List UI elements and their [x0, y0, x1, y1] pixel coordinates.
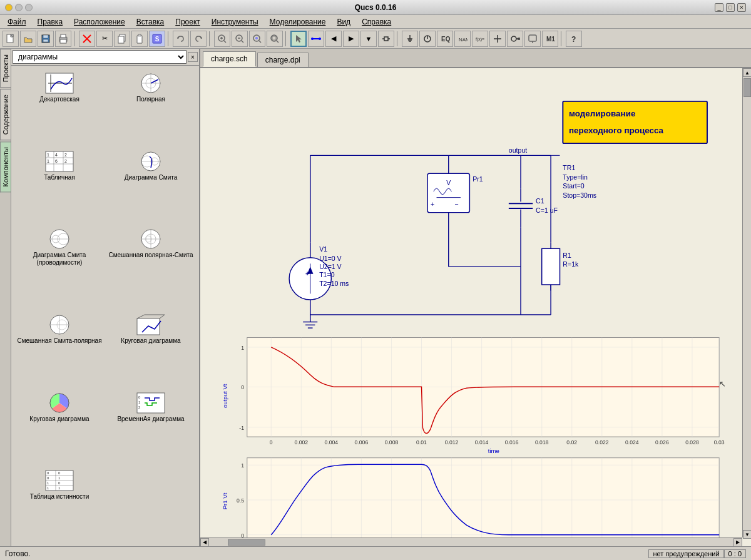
marker-button[interactable] [524, 31, 541, 47]
menu-help[interactable]: Справка [357, 16, 396, 28]
circular-label: Круговая диаграмма [29, 415, 89, 423]
canvas-area[interactable]: моделирование переходного процесса TR1 T… [200, 68, 751, 546]
menu-file[interactable]: Файл [3, 16, 31, 28]
vscroll-down-button[interactable]: ▼ [743, 530, 751, 539]
svg-text:2: 2 [64, 159, 67, 163]
right-area: charge.sch charge.dpl моделирование пере… [200, 49, 751, 546]
hscroll-right-button[interactable]: ▶ [733, 538, 742, 547]
svg-rect-97 [137, 393, 165, 413]
svg-text:?: ? [571, 35, 576, 44]
help-button[interactable]: ? [566, 31, 582, 47]
svg-text:4: 4 [55, 153, 58, 157]
hscroll-left-button[interactable]: ◀ [200, 538, 209, 547]
arrow-down-button[interactable]: ▼ [360, 31, 377, 47]
diagram-item-timing[interactable]: 0 1 2 ВременнАя диаграмма [105, 388, 197, 466]
diagram-item-mixed-polar[interactable]: Смешанная полярная-Смита [105, 224, 197, 310]
traffic-light-gray1[interactable] [15, 4, 23, 11]
panel-close-button[interactable]: × [188, 52, 198, 62]
svg-text:M1: M1 [546, 36, 555, 43]
simulate-button[interactable]: S [149, 31, 165, 47]
svg-text:1: 1 [47, 159, 49, 163]
print-button[interactable] [55, 31, 71, 47]
diagram-item-cartesian[interactable]: Декартовская [14, 68, 105, 146]
zoom-all-button[interactable] [267, 31, 283, 47]
diagram-type-dropdown[interactable]: диаграммы источники компоненты [13, 50, 186, 64]
vscroll-thumb[interactable] [743, 78, 751, 97]
copy-button[interactable] [114, 31, 130, 47]
diagram-item-mixed-smith-polar[interactable]: Смешанная Смита-полярная [14, 310, 105, 388]
close-button[interactable]: × [737, 3, 746, 12]
tab-charge-sch[interactable]: charge.sch [203, 51, 256, 67]
menu-view[interactable]: Вид [332, 16, 355, 28]
vertical-scrollbar[interactable]: ▲ ▼ [742, 68, 751, 537]
menu-tools[interactable]: Инструменты [207, 16, 263, 28]
diagram-item-3d[interactable]: Круговая диаграмма [105, 310, 197, 388]
minimize-button[interactable]: _ [715, 3, 723, 12]
traffic-lights [5, 4, 33, 11]
arrow-right-button[interactable]: ▶ [343, 31, 359, 47]
delete-button[interactable] [79, 31, 95, 47]
smith-icon [136, 150, 166, 173]
traffic-light-gray2[interactable] [25, 4, 33, 11]
svg-text:0.012: 0.012 [445, 439, 459, 445]
vscroll-up-button[interactable]: ▲ [743, 68, 751, 77]
zoom-in-button[interactable] [214, 31, 230, 47]
spice-button[interactable]: EQ [437, 31, 453, 47]
undo-button[interactable] [173, 31, 189, 47]
svg-text:0.016: 0.016 [505, 439, 519, 445]
new-button[interactable] [3, 31, 19, 47]
menu-simulate[interactable]: Моделирование [265, 16, 331, 28]
toolbar-separator-6 [561, 31, 563, 46]
hscroll-thumb[interactable] [228, 539, 265, 546]
diagram-item-smith-admit[interactable]: Диаграмма Смита (проводимости) [14, 224, 105, 310]
v1-t2: T2=10 ms [319, 280, 349, 287]
cut-button[interactable]: ✂ [96, 31, 113, 47]
menu-project[interactable]: Проект [170, 16, 205, 28]
ground-button[interactable] [402, 31, 418, 47]
paste-button[interactable] [131, 31, 148, 47]
sidebar-tab-contents[interactable]: Содержание [0, 89, 11, 140]
name-button[interactable]: NAME [454, 31, 471, 47]
svg-point-48 [511, 36, 516, 41]
table-label: Табличная [44, 174, 75, 181]
key-button[interactable] [507, 31, 523, 47]
m1-button[interactable]: M1 [542, 31, 558, 47]
menu-layout[interactable]: Расположение [69, 16, 130, 28]
diagram-item-smith[interactable]: Диаграмма Смита [105, 146, 197, 225]
chart2-y1: 1 [241, 462, 244, 469]
coords-text: 0 : 0 [724, 549, 746, 558]
svg-rect-5 [61, 34, 66, 38]
r1-symbol [542, 248, 560, 285]
truth-label: Таблица истинности [30, 493, 89, 501]
diagram-item-truth[interactable]: 0 0 1 1 0 1 0 1 Таблица истинности [14, 466, 105, 544]
arrow-left-button[interactable]: ◀ [325, 31, 342, 47]
select-button[interactable] [290, 31, 307, 47]
wire-button[interactable] [308, 31, 324, 47]
save-button[interactable] [38, 31, 54, 47]
diagram-grid: Декартовская Полярная [11, 66, 199, 546]
traffic-light-yellow[interactable] [5, 4, 13, 11]
diagram-item-circular[interactable]: Круговая диаграмма [14, 388, 105, 466]
menu-insert[interactable]: Вставка [131, 16, 170, 28]
label-button[interactable] [419, 31, 436, 47]
sidebar-tab-projects[interactable]: Проекты [0, 49, 11, 88]
smith-admit-label: Диаграмма Смита (проводимости) [16, 252, 103, 267]
horizontal-scrollbar[interactable]: ◀ ▶ [200, 537, 742, 546]
open-button[interactable] [20, 31, 36, 47]
zoom-out-button[interactable] [232, 31, 248, 47]
chart2-ylabel: Pr1 Vt [222, 492, 228, 509]
svg-line-26 [259, 41, 261, 43]
status-right: нет предупреждений 0 : 0 [648, 549, 746, 558]
zoom-fit-button[interactable] [249, 31, 265, 47]
sidebar-tab-components[interactable]: Компоненты [0, 141, 11, 192]
maximize-button[interactable]: □ [726, 3, 735, 12]
diagram-item-table[interactable]: 1 4 2 1 6 2 Табличная [14, 146, 105, 225]
node-button[interactable] [489, 31, 506, 47]
func-button[interactable]: f(x)= [472, 31, 488, 47]
tab-charge-dpl[interactable]: charge.dpl [257, 53, 309, 67]
redo-button[interactable] [190, 31, 207, 47]
diagram-item-polar[interactable]: Полярная [105, 68, 197, 146]
menu-edit[interactable]: Правка [33, 16, 68, 28]
svg-text:0.026: 0.026 [655, 439, 669, 445]
component-button[interactable] [378, 31, 394, 47]
